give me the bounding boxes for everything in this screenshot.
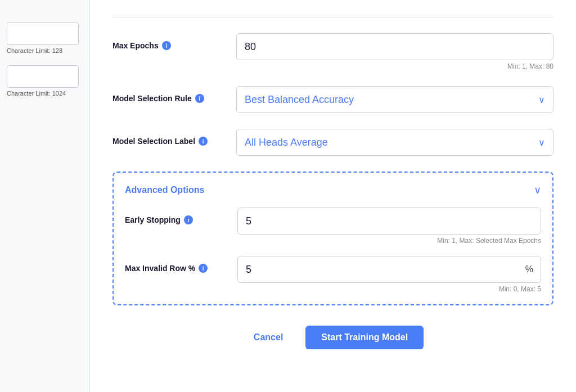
model-selection-rule-chevron-icon: ∨ xyxy=(538,94,545,105)
early-stopping-control: Min: 1, Max: Selected Max Epochs xyxy=(237,208,541,245)
max-epochs-label: Max Epochs i xyxy=(112,33,236,50)
sidebar-input-1[interactable] xyxy=(7,22,79,45)
max-epochs-row: Max Epochs i Min: 1, Max: 80 xyxy=(112,33,554,70)
advanced-options-toggle-icon[interactable]: ∨ xyxy=(534,184,541,196)
main-content: Max Epochs i Min: 1, Max: 80 Model Selec… xyxy=(90,0,576,392)
cancel-button[interactable]: Cancel xyxy=(242,327,294,348)
top-divider xyxy=(112,17,554,17)
model-selection-label-value: All Heads Average xyxy=(245,137,328,148)
sidebar-label-1: Character Limit: 128 xyxy=(7,47,83,54)
advanced-options-section: Advanced Options ∨ Early Stopping i Min:… xyxy=(112,172,554,305)
model-selection-rule-info-icon[interactable]: i xyxy=(195,94,204,103)
model-selection-label-chevron-icon: ∨ xyxy=(538,137,545,148)
early-stopping-label: Early Stopping i xyxy=(125,208,237,224)
max-invalid-row-row: Max Invalid Row % i % Min: 0, Max: 5 xyxy=(125,256,541,293)
model-selection-rule-control: Best Balanced Accuracy ∨ xyxy=(236,86,554,113)
max-invalid-row-label: Max Invalid Row % i xyxy=(125,256,237,273)
model-selection-label-label: Model Selection Label i xyxy=(112,129,236,146)
early-stopping-hint: Min: 1, Max: Selected Max Epochs xyxy=(237,237,541,245)
sidebar-input-2[interactable] xyxy=(7,65,79,88)
sidebar-field-1: Character Limit: 128 xyxy=(7,22,83,54)
max-epochs-info-icon[interactable]: i xyxy=(162,41,171,50)
max-invalid-row-hint: Min: 0, Max: 5 xyxy=(237,285,541,293)
model-selection-label-row: Model Selection Label i All Heads Averag… xyxy=(112,129,554,156)
max-invalid-row-control: % Min: 0, Max: 5 xyxy=(237,256,541,293)
model-selection-rule-label: Model Selection Rule i xyxy=(112,86,236,103)
max-epochs-hint: Min: 1, Max: 80 xyxy=(236,62,554,70)
advanced-options-header: Advanced Options ∨ xyxy=(125,184,541,196)
model-selection-label-info-icon[interactable]: i xyxy=(199,137,208,146)
sidebar-field-2: Character Limit: 1024 xyxy=(7,65,83,97)
footer-actions: Cancel Start Training Model xyxy=(112,326,554,349)
model-selection-rule-select[interactable]: Best Balanced Accuracy ∨ xyxy=(236,86,554,113)
early-stopping-info-icon[interactable]: i xyxy=(184,215,193,224)
early-stopping-row: Early Stopping i Min: 1, Max: Selected M… xyxy=(125,208,541,245)
max-epochs-input[interactable] xyxy=(236,33,554,60)
max-invalid-row-info-icon[interactable]: i xyxy=(199,264,208,273)
model-selection-label-control: All Heads Average ∨ xyxy=(236,129,554,156)
advanced-options-panel: Advanced Options ∨ Early Stopping i Min:… xyxy=(112,172,554,305)
max-epochs-control: Min: 1, Max: 80 xyxy=(236,33,554,70)
max-invalid-row-input[interactable] xyxy=(237,256,541,283)
sidebar: Character Limit: 128 Character Limit: 10… xyxy=(0,0,90,392)
max-invalid-row-input-wrapper: % xyxy=(237,256,541,283)
start-training-button[interactable]: Start Training Model xyxy=(305,326,424,349)
model-selection-rule-value: Best Balanced Accuracy xyxy=(245,94,354,106)
early-stopping-input[interactable] xyxy=(237,208,541,235)
advanced-options-title: Advanced Options xyxy=(125,185,204,195)
model-selection-rule-row: Model Selection Rule i Best Balanced Acc… xyxy=(112,86,554,113)
sidebar-label-2: Character Limit: 1024 xyxy=(7,90,83,97)
max-invalid-row-suffix: % xyxy=(525,264,533,274)
model-selection-label-select[interactable]: All Heads Average ∨ xyxy=(236,129,554,156)
